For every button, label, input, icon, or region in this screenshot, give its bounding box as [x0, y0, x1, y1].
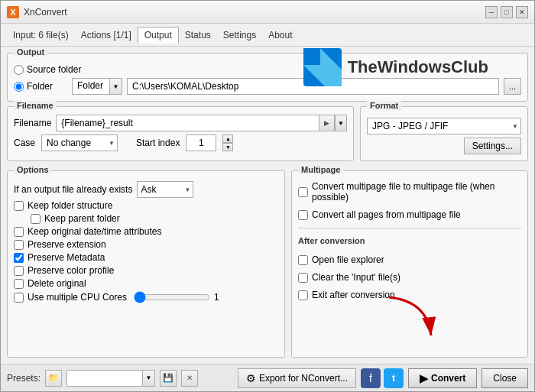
filename-combo-arrow[interactable]: ▼ — [335, 115, 347, 131]
preserve-color-label[interactable]: Preserve color profile — [28, 265, 114, 276]
filename-group-label: Filename — [14, 101, 57, 110]
open-explorer-label[interactable]: Open file explorer — [312, 254, 384, 265]
presets-arrow[interactable]: ▼ — [143, 370, 155, 387]
source-folder-radio-label[interactable]: Source folder — [14, 64, 81, 75]
format-group: Format JPG - JPEG / JFIF PNG - Portable … — [360, 106, 528, 161]
filename-row: Filename ▶ ▼ — [14, 115, 347, 131]
presets-input[interactable] — [66, 370, 143, 387]
exit-after-row: Exit after conversion — [298, 290, 521, 300]
keep-parent-row: Keep parent folder — [31, 213, 278, 224]
delete-original-checkbox[interactable] — [14, 279, 24, 289]
title-bar-left: X XnConvert — [7, 6, 67, 18]
start-index-label: Start index — [136, 138, 180, 148]
format-settings-button[interactable]: Settings... — [464, 138, 521, 154]
tab-actions[interactable]: Actions [1/1] — [75, 28, 138, 43]
twitter-button[interactable]: t — [384, 368, 404, 388]
if-exists-select-wrapper[interactable]: Ask Skip Overwrite Rename — [137, 181, 193, 198]
tab-output[interactable]: Output — [138, 27, 179, 44]
case-select-wrapper[interactable]: No change Lowercase Uppercase — [41, 134, 118, 151]
title-bar: X XnConvert ─ □ ✕ — [1, 1, 534, 24]
filename-format-row: Filename Filename ▶ ▼ Case No change Low… — [7, 106, 528, 166]
folder-radio[interactable] — [14, 82, 24, 92]
spin-down-button[interactable]: ▼ — [222, 143, 233, 151]
preserve-ext-label[interactable]: Preserve extension — [28, 239, 106, 250]
convert-multipage-row: Convert multipage file to multipage file… — [298, 181, 521, 202]
tab-status[interactable]: Status — [179, 28, 217, 43]
open-explorer-row: Open file explorer — [298, 254, 521, 265]
convert-multipage-checkbox[interactable] — [298, 187, 308, 197]
convert-multipage-label[interactable]: Convert multipage file to multipage file… — [312, 181, 521, 202]
preserve-color-checkbox[interactable] — [14, 266, 24, 276]
convert-all-pages-row: Convert all pages from multipage file — [298, 209, 521, 220]
tab-settings[interactable]: Settings — [217, 28, 262, 43]
folder-type-combo[interactable]: Folder ▼ — [72, 78, 122, 95]
convert-label: Convert — [431, 373, 465, 384]
preserve-ext-checkbox[interactable] — [14, 240, 24, 250]
format-select-wrapper[interactable]: JPG - JPEG / JFIF PNG - Portable Network… — [367, 118, 521, 134]
case-select[interactable]: No change Lowercase Uppercase — [41, 134, 118, 151]
options-group-label: Options — [14, 165, 52, 174]
convert-button[interactable]: ▶ Convert — [408, 368, 477, 388]
exit-after-label[interactable]: Exit after conversion — [312, 290, 395, 300]
browse-button[interactable]: ... — [504, 78, 521, 95]
folder-type-arrow[interactable]: ▼ — [110, 78, 122, 95]
bottom-section: Options If an output file already exists… — [7, 170, 528, 358]
filename-play-button[interactable]: ▶ — [319, 115, 335, 131]
keep-folder-row: Keep folder structure — [14, 200, 278, 211]
export-button[interactable]: ⚙ Export for NConvert... — [238, 368, 356, 388]
convert-icon: ▶ — [420, 372, 428, 384]
keep-datetime-checkbox[interactable] — [14, 227, 24, 237]
clear-input-label[interactable]: Clear the 'Input' file(s) — [312, 272, 400, 283]
convert-all-pages-label[interactable]: Convert all pages from multipage file — [312, 209, 461, 220]
facebook-button[interactable]: f — [361, 368, 381, 388]
tab-input[interactable]: Input: 6 file(s) — [7, 28, 75, 43]
spin-up-button[interactable]: ▲ — [222, 134, 233, 143]
watermark: TheWindowsClub — [303, 48, 488, 86]
close-footer-button[interactable]: Close — [481, 368, 528, 388]
presets-save-button[interactable]: 💾 — [160, 370, 177, 387]
format-select[interactable]: JPG - JPEG / JFIF PNG - Portable Network… — [367, 118, 521, 134]
cpu-slider[interactable] — [134, 291, 210, 303]
folder-label: Folder — [27, 81, 53, 92]
presets-delete-button[interactable]: ✕ — [181, 370, 198, 387]
presets-combo[interactable]: ▼ — [66, 370, 155, 387]
export-label: Export for NConvert... — [259, 373, 348, 384]
filename-input[interactable] — [56, 115, 319, 131]
source-folder-radio[interactable] — [14, 65, 24, 75]
filename-input-wrap: ▶ ▼ — [56, 115, 347, 131]
maximize-button[interactable]: □ — [501, 6, 513, 18]
preserve-metadata-checkbox[interactable] — [14, 253, 24, 263]
if-exists-label: If an output file already exists — [14, 184, 132, 195]
convert-all-pages-checkbox[interactable] — [298, 210, 308, 220]
multipage-group: Multipage Convert multipage file to mult… — [291, 170, 528, 358]
keep-parent-label[interactable]: Keep parent folder — [44, 213, 120, 224]
multi-cpu-label[interactable]: Use multiple CPU Cores — [28, 292, 127, 303]
open-explorer-checkbox[interactable] — [298, 255, 308, 265]
filename-group: Filename Filename ▶ ▼ Case No change Low… — [7, 106, 354, 161]
format-box: JPG - JPEG / JFIF PNG - Portable Network… — [367, 118, 521, 154]
keep-folder-label[interactable]: Keep folder structure — [28, 200, 112, 211]
presets-folder-button[interactable]: 📁 — [45, 370, 62, 387]
minimize-button[interactable]: ─ — [485, 6, 498, 18]
main-content: Output Source folder Folder Folder ▼ ... — [1, 47, 534, 364]
preserve-ext-row: Preserve extension — [14, 239, 278, 250]
folder-radio-label[interactable]: Folder — [14, 81, 67, 92]
preserve-metadata-label[interactable]: Preserve Metadata — [28, 252, 105, 263]
start-index-spinner[interactable]: ▲ ▼ — [222, 134, 233, 151]
multi-cpu-checkbox[interactable] — [14, 293, 24, 303]
if-exists-select[interactable]: Ask Skip Overwrite Rename — [137, 181, 193, 198]
keep-datetime-label[interactable]: Keep original date/time attributes — [28, 226, 161, 237]
keep-folder-checkbox[interactable] — [14, 201, 24, 211]
exit-after-checkbox[interactable] — [298, 290, 308, 300]
window-title: XnConvert — [24, 7, 67, 18]
after-conversion-label: After conversion — [298, 236, 521, 245]
clear-input-checkbox[interactable] — [298, 273, 308, 283]
start-index-input[interactable] — [186, 134, 216, 151]
watermark-icon — [303, 48, 342, 86]
keep-parent-checkbox[interactable] — [31, 214, 41, 224]
delete-original-label[interactable]: Delete original — [28, 278, 86, 289]
watermark-text: TheWindowsClub — [348, 57, 488, 77]
tab-about[interactable]: About — [262, 28, 298, 43]
app-icon: X — [7, 6, 19, 18]
close-button[interactable]: ✕ — [516, 6, 528, 18]
